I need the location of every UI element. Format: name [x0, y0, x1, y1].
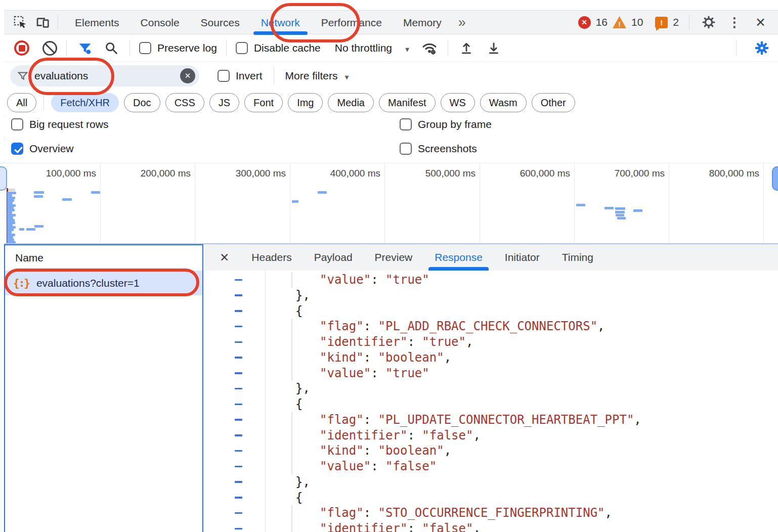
code-text: "value": "true" [320, 272, 429, 288]
screenshots-checkbox[interactable] [400, 143, 412, 155]
detail-tab-headers[interactable]: Headers [240, 244, 302, 271]
response-code-line: "kind": "boolean", [204, 350, 778, 366]
fold-marker-icon[interactable] [235, 481, 242, 483]
big-request-rows-checkbox[interactable] [11, 118, 23, 130]
tab-memory[interactable]: Memory [393, 11, 452, 34]
device-toolbar-icon[interactable] [33, 13, 52, 31]
chip-font[interactable]: Font [244, 93, 283, 112]
overview-left-drag-handle[interactable] [0, 166, 7, 191]
chip-js[interactable]: JS [209, 93, 239, 112]
chip-manifest[interactable]: Manifest [379, 93, 436, 112]
fold-marker-icon[interactable] [235, 512, 242, 514]
request-detail-panel: ✕ HeadersPayloadPreviewResponseInitiator… [204, 244, 778, 532]
throttling-select[interactable]: No throttling [335, 42, 392, 54]
fold-marker-icon[interactable] [235, 450, 242, 452]
overview-checkbox[interactable] [11, 143, 23, 155]
filter-funnel-icon[interactable] [76, 39, 94, 57]
fold-marker-icon[interactable] [235, 466, 242, 468]
chip-fetch-xhr[interactable]: Fetch/XHR [51, 93, 119, 112]
detail-tab-payload[interactable]: Payload [303, 244, 364, 271]
inspect-element-icon[interactable] [11, 13, 29, 31]
timeline-request-bar [604, 207, 614, 209]
close-devtools-icon[interactable]: ✕ [751, 15, 775, 30]
overview-right-drag-handle[interactable] [772, 166, 778, 191]
error-count[interactable]: 16 [596, 16, 608, 28]
close-detail-icon[interactable]: ✕ [220, 251, 229, 264]
network-toolbar: Preserve log Disable cache No throttling… [4, 35, 778, 62]
warning-count-icon[interactable]: ! [613, 16, 626, 28]
fold-marker-icon[interactable] [235, 497, 242, 499]
fold-marker-icon[interactable] [235, 279, 242, 281]
toolbar-divider [66, 40, 67, 56]
group-by-frame-label[interactable]: Group by frame [418, 118, 492, 130]
screenshots-label[interactable]: Screenshots [418, 143, 477, 155]
disable-cache-label[interactable]: Disable cache [254, 42, 321, 54]
throttling-dropdown-arrow-icon[interactable]: ▾ [405, 45, 409, 54]
overview-label[interactable]: Overview [29, 143, 74, 155]
more-filters-dropdown-arrow-icon[interactable]: ▾ [344, 72, 349, 82]
settings-gear-icon[interactable] [700, 13, 718, 31]
fold-marker-icon[interactable] [235, 528, 242, 530]
tab-sources[interactable]: Sources [190, 11, 250, 34]
detail-tab-initiator[interactable]: Initiator [494, 244, 551, 271]
devtools-main-tabbar: ElementsConsoleSourcesNetworkPerformance… [4, 10, 778, 34]
more-panels-icon[interactable]: » [452, 15, 472, 30]
issues-icon[interactable]: ! [655, 17, 668, 28]
more-filters-button[interactable]: More filters [285, 70, 338, 82]
preserve-log-label[interactable]: Preserve log [157, 42, 217, 54]
clear-filter-icon[interactable]: ✕ [180, 68, 195, 83]
warning-count[interactable]: 10 [631, 16, 643, 28]
timeline-tick-label: 400,000 ms [305, 168, 380, 179]
code-text: { [295, 303, 302, 319]
detail-tab-preview[interactable]: Preview [364, 244, 424, 271]
chip-css[interactable]: CSS [165, 93, 204, 112]
tab-elements[interactable]: Elements [64, 11, 130, 34]
code-text: }, [295, 381, 310, 396]
chip-ws[interactable]: WS [441, 93, 475, 112]
issues-count[interactable]: 2 [673, 16, 679, 28]
import-har-icon[interactable] [457, 39, 476, 57]
fold-marker-icon[interactable] [235, 326, 242, 328]
indent-guide [291, 334, 292, 350]
kebab-menu-icon[interactable]: ⋮ [723, 15, 746, 30]
fold-marker-icon[interactable] [235, 372, 242, 374]
response-code-line: "kind": "boolean", [204, 443, 778, 459]
detail-tab-response[interactable]: Response [423, 244, 494, 271]
fold-marker-icon[interactable] [235, 419, 242, 421]
clear-network-log-icon[interactable] [42, 41, 57, 56]
disable-cache-checkbox[interactable] [236, 42, 248, 54]
fold-marker-icon[interactable] [235, 294, 242, 296]
fold-marker-icon[interactable] [235, 388, 242, 390]
fold-marker-icon[interactable] [235, 404, 242, 406]
record-network-log-button[interactable] [14, 40, 29, 56]
fold-marker-icon[interactable] [235, 310, 242, 312]
indent-guide [291, 521, 292, 532]
timeline-request-bar [292, 200, 298, 203]
chip-other[interactable]: Other [532, 93, 575, 112]
tab-console[interactable]: Console [130, 11, 190, 34]
chip-img[interactable]: Img [288, 93, 323, 112]
network-settings-gear-icon[interactable] [753, 39, 771, 57]
fold-marker-icon[interactable] [235, 434, 242, 436]
indent-guide [291, 459, 292, 474]
fold-marker-icon[interactable] [235, 357, 242, 359]
export-har-icon[interactable] [485, 39, 503, 57]
fold-marker-icon[interactable] [235, 341, 242, 343]
chip-media[interactable]: Media [328, 93, 373, 112]
big-request-rows-label[interactable]: Big request rows [29, 118, 108, 130]
name-column-header[interactable]: Name [5, 245, 202, 271]
invert-filter-checkbox[interactable] [218, 70, 230, 82]
group-by-frame-checkbox[interactable] [400, 118, 412, 130]
error-count-icon[interactable]: ✕ [578, 16, 591, 29]
network-conditions-icon[interactable] [420, 39, 439, 57]
chip-all[interactable]: All [7, 93, 36, 112]
code-text: "identifier": "false", [320, 428, 481, 444]
search-icon[interactable] [102, 39, 120, 57]
network-overview-timeline[interactable]: 100,000 ms200,000 ms300,000 ms400,000 ms… [0, 163, 778, 244]
chip-wasm[interactable]: Wasm [480, 93, 527, 112]
chip-doc[interactable]: Doc [124, 93, 160, 112]
toolbar-divider [58, 14, 58, 30]
invert-filter-label[interactable]: Invert [236, 70, 263, 82]
preserve-log-checkbox[interactable] [139, 42, 151, 54]
detail-tab-timing[interactable]: Timing [551, 244, 604, 271]
